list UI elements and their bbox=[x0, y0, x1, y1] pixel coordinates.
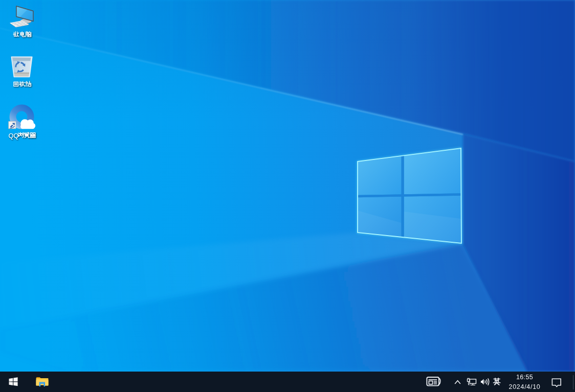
svg-text:16:55: 16:55 bbox=[516, 374, 533, 381]
svg-text:2024/4/10: 2024/4/10 bbox=[509, 383, 541, 390]
svg-text:QQ: QQ bbox=[9, 132, 19, 140]
